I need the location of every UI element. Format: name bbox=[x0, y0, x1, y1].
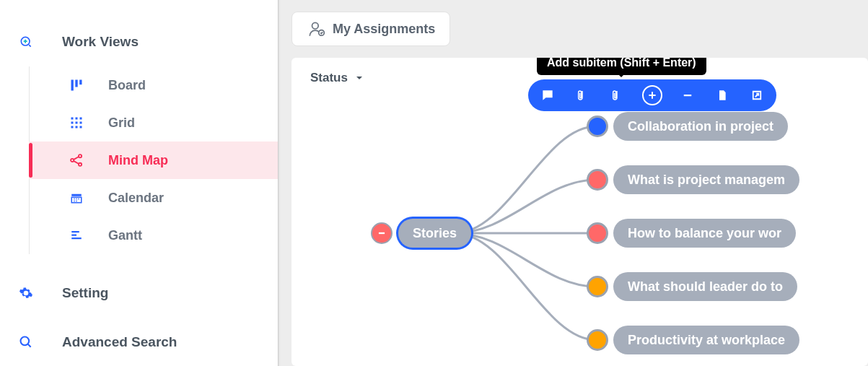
grid-icon bbox=[68, 116, 85, 129]
work-views-label: Work Views bbox=[62, 34, 139, 50]
svg-rect-3 bbox=[79, 80, 82, 85]
svg-rect-10 bbox=[71, 126, 74, 128]
node-status-dot[interactable] bbox=[587, 116, 608, 137]
node-label: Stories bbox=[413, 226, 457, 241]
calendar-icon bbox=[68, 191, 85, 204]
svg-point-14 bbox=[79, 154, 82, 157]
svg-rect-6 bbox=[80, 118, 82, 120]
mindmap-node[interactable]: How to balance your wor bbox=[613, 219, 796, 248]
svg-point-13 bbox=[71, 159, 74, 162]
sidebar-item-gantt[interactable]: Gantt bbox=[29, 217, 278, 254]
setting-label: Setting bbox=[62, 285, 108, 301]
mindmap-node[interactable]: What is project managem bbox=[613, 165, 799, 194]
assignments-icon bbox=[307, 19, 327, 38]
sidebar-item-label: Mind Map bbox=[108, 153, 168, 168]
mindmap-canvas[interactable]: Status Add subitem (Shift + Enter) bbox=[291, 58, 868, 366]
sidebar-item-label: Gantt bbox=[108, 228, 142, 243]
board-icon bbox=[68, 78, 85, 92]
sidebar-item-label: Grid bbox=[108, 116, 135, 131]
mindmap-node-root[interactable]: Stories bbox=[398, 219, 471, 248]
node-status-dot[interactable] bbox=[587, 276, 608, 297]
node-label: Collaboration in project bbox=[628, 119, 773, 134]
work-views-icon bbox=[17, 35, 35, 49]
node-status-dot[interactable] bbox=[587, 169, 608, 191]
svg-rect-2 bbox=[75, 80, 77, 87]
advanced-search-label: Advanced Search bbox=[62, 334, 177, 350]
node-label: What should leader do to bbox=[628, 279, 783, 295]
sidebar-item-label: Calendar bbox=[108, 191, 164, 206]
node-label: Productivity at workplace bbox=[628, 333, 785, 348]
gear-icon bbox=[17, 286, 35, 300]
mindmap-icon bbox=[68, 153, 85, 167]
svg-rect-18 bbox=[71, 231, 79, 232]
svg-rect-9 bbox=[80, 122, 82, 124]
sidebar-item-label: Board bbox=[108, 78, 146, 93]
sidebar-bottom-links: Setting Advanced Search bbox=[0, 274, 278, 361]
collapse-root-button[interactable] bbox=[371, 222, 393, 244]
search-icon bbox=[17, 335, 35, 349]
sidebar-item-grid[interactable]: Grid bbox=[29, 104, 278, 141]
tab-my-assignments[interactable]: My Assignments bbox=[291, 12, 450, 46]
sidebar-item-board[interactable]: Board bbox=[29, 66, 278, 104]
sidebar-section-workviews: Work Views Board Grid bbox=[0, 0, 278, 254]
gantt-icon bbox=[68, 229, 85, 242]
svg-rect-4 bbox=[71, 118, 74, 120]
sidebar-item-mindmap[interactable]: Mind Map bbox=[29, 141, 278, 179]
svg-rect-11 bbox=[76, 126, 78, 128]
svg-rect-1 bbox=[71, 80, 74, 91]
svg-point-21 bbox=[21, 337, 30, 346]
svg-rect-19 bbox=[71, 235, 76, 236]
svg-rect-16 bbox=[71, 194, 82, 196]
main-area: My Assignments Status Add subitem (Shift… bbox=[280, 0, 868, 366]
node-status-dot[interactable] bbox=[587, 329, 608, 351]
svg-rect-20 bbox=[71, 238, 82, 239]
sidebar-view-list: Board Grid Mind Map bbox=[0, 66, 278, 254]
mindmap-node[interactable]: Productivity at workplace bbox=[613, 326, 799, 354]
mindmap-connectors bbox=[291, 58, 868, 366]
svg-rect-5 bbox=[76, 118, 78, 120]
svg-rect-8 bbox=[76, 122, 78, 124]
sidebar: Work Views Board Grid bbox=[0, 0, 280, 366]
sidebar-workviews-header[interactable]: Work Views bbox=[0, 27, 278, 56]
tab-label: My Assignments bbox=[333, 22, 435, 37]
sidebar-item-setting[interactable]: Setting bbox=[0, 274, 278, 312]
svg-rect-12 bbox=[80, 126, 82, 128]
node-label: How to balance your wor bbox=[628, 226, 781, 241]
mindmap-node[interactable]: Collaboration in project bbox=[613, 112, 788, 141]
sidebar-item-calendar[interactable]: Calendar bbox=[29, 179, 278, 217]
svg-point-22 bbox=[312, 22, 319, 29]
svg-rect-17 bbox=[71, 197, 82, 203]
svg-rect-7 bbox=[71, 122, 74, 124]
app-root: Work Views Board Grid bbox=[0, 0, 868, 366]
sidebar-item-advanced-search[interactable]: Advanced Search bbox=[0, 323, 278, 361]
node-status-dot[interactable] bbox=[587, 222, 608, 244]
node-label: What is project managem bbox=[628, 173, 785, 188]
svg-point-15 bbox=[79, 163, 82, 166]
mindmap-node[interactable]: What should leader do to bbox=[613, 272, 797, 301]
